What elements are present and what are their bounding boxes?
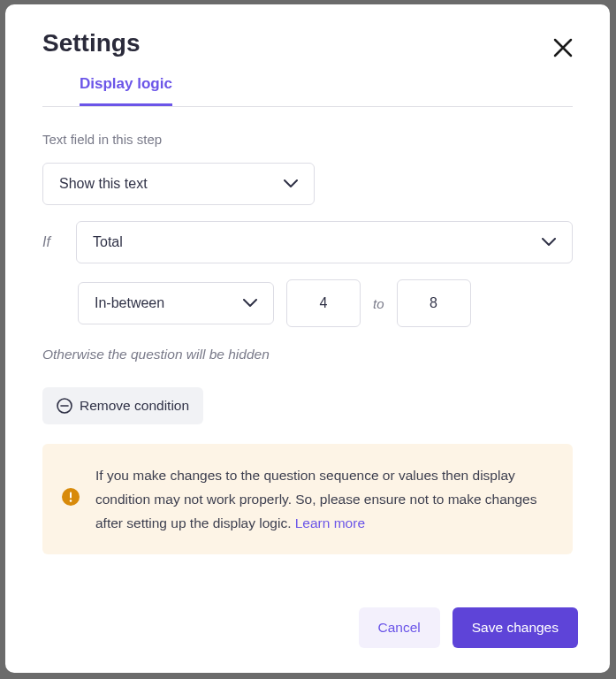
otherwise-text: Otherwise the question will be hidden	[42, 347, 573, 362]
field-select[interactable]: Total	[76, 221, 573, 263]
value-from-input[interactable]	[286, 279, 361, 327]
minus-circle-icon	[57, 398, 72, 414]
operator-select-value: In-between	[95, 295, 164, 311]
modal-footer: Cancel Save changes	[5, 585, 610, 673]
close-icon	[553, 38, 573, 57]
tab-display-logic[interactable]: Display logic	[80, 75, 172, 106]
modal-header: Settings Display logic	[5, 4, 610, 107]
warning-text: If you make changes to the question sequ…	[95, 463, 553, 535]
modal-title: Settings	[42, 29, 573, 57]
save-button[interactable]: Save changes	[452, 607, 578, 648]
field-select-value: Total	[93, 234, 123, 250]
settings-modal: Settings Display logic Text field in thi…	[5, 4, 610, 673]
chevron-down-icon	[243, 299, 257, 308]
section-label: Text field in this step	[42, 132, 573, 147]
show-text-select[interactable]: Show this text	[42, 163, 315, 205]
learn-more-link[interactable]: Learn more	[295, 515, 365, 530]
to-label: to	[373, 296, 384, 311]
chevron-down-icon	[542, 238, 556, 247]
remove-condition-button[interactable]: Remove condition	[42, 387, 203, 424]
svg-point-3	[70, 500, 72, 502]
tabs: Display logic	[42, 75, 573, 107]
cancel-button[interactable]: Cancel	[359, 607, 440, 648]
modal-content: Text field in this step Show this text I…	[5, 107, 610, 585]
if-label: If	[42, 234, 60, 250]
svg-rect-2	[70, 492, 72, 499]
close-button[interactable]	[550, 34, 576, 61]
remove-condition-label: Remove condition	[80, 398, 189, 414]
operator-select[interactable]: In-between	[78, 282, 274, 324]
condition-field-row: If Total	[42, 221, 573, 263]
condition-values-row: In-between to	[78, 279, 573, 327]
value-to-input[interactable]	[397, 279, 471, 327]
warning-icon	[62, 488, 80, 506]
warning-panel: If you make changes to the question sequ…	[42, 444, 573, 554]
show-text-select-value: Show this text	[59, 176, 148, 192]
chevron-down-icon	[284, 179, 298, 188]
